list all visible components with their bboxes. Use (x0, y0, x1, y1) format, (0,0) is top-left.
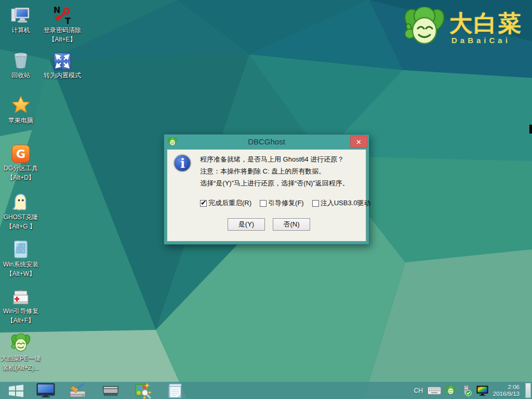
dialog-titlebar[interactable]: DBCGhost ✕ (164, 135, 369, 149)
capture-tool-icon (134, 382, 152, 399)
dialog-message: 程序准备就绪，是否马上用 Ghost64 进行还原？ (200, 155, 344, 164)
svg-text:i: i (180, 156, 185, 171)
checkbox-boot-repair[interactable]: 引导修复(F) (260, 198, 304, 208)
dabaicai-mascot-icon (11, 331, 31, 353)
desktop-icon-label: 【Alt+E】 (48, 35, 76, 44)
desktop-icon-dg-partition-tool[interactable]: G DG分区工具 【Alt+D】 (0, 141, 43, 182)
dabaicai-mascot-icon (404, 6, 445, 49)
clock-time: 2:06 (493, 384, 520, 391)
desktop-icon-label: 【Alt+D】 (7, 174, 35, 182)
desktop-icon-label: 苹果电脑 (8, 116, 33, 125)
ghost-icon (11, 190, 31, 212)
checkbox-box[interactable] (312, 200, 319, 207)
taskbar-item-memory[interactable] (100, 382, 121, 398)
dialog-title: DBCGhost (164, 137, 369, 146)
checkbox-label: 完成后重启(R) (208, 198, 251, 208)
keyboard-icon[interactable] (428, 387, 441, 395)
taskbar-item-desktop[interactable] (35, 382, 56, 398)
tray-clock[interactable]: 2:06 2016/9/13 (493, 384, 520, 397)
desktop-icon-label: Win系统安装 (3, 260, 39, 269)
taskbar-item-disk-cleanup[interactable] (68, 382, 88, 398)
checkbox-box[interactable]: ✔ (200, 200, 207, 207)
desktop-icon-win-boot-repair[interactable]: Win引导修复 【Alt+F】 (0, 284, 43, 325)
dialog-checkbox-row: ✔ 完成后重启(R) 引导修复(F) 注入USB3.0驱动 (200, 198, 370, 208)
display-settings-icon[interactable] (476, 385, 488, 396)
logo-subtitle: DaBaiCai (449, 36, 523, 45)
dabaicai-logo: 大白菜 DaBaiCai (404, 6, 523, 49)
svg-text:G: G (16, 148, 25, 161)
desktop-icon-nt-password-clear[interactable]: N T 登录密码清除 【Alt+E】 (35, 3, 89, 44)
language-indicator[interactable]: CH (414, 387, 422, 394)
desktop-icon-ghost-clone[interactable]: GHOST克隆 【Alt+G 】 (0, 190, 43, 231)
taskbar: CH (0, 382, 532, 399)
start-button[interactable] (0, 382, 32, 399)
dabaicai-tray-icon[interactable] (446, 385, 456, 395)
desktop-icon-label: 计算机 (11, 26, 30, 34)
svg-text:T: T (65, 16, 71, 25)
checkbox-reboot-after-finish[interactable]: ✔ 完成后重启(R) (200, 198, 251, 208)
yes-button[interactable]: 是(Y) (228, 218, 265, 231)
screen-edge-artifact (529, 125, 532, 134)
dialog-message: 选择“是(Y)”马上进行还原，选择“否(N)”返回程序。 (200, 179, 349, 188)
desktop-icon-label: 大白菜PE一键 (1, 354, 41, 363)
internal-mode-icon (54, 48, 71, 70)
svg-text:N: N (54, 5, 60, 15)
disk-cleanup-icon (69, 383, 87, 398)
logo-title: 大白菜 (449, 11, 523, 36)
desktop-icon-label: 回收站 (11, 71, 30, 79)
clock-date: 2016/9/13 (493, 391, 520, 397)
memory-chip-icon (101, 384, 120, 397)
first-aid-kit-icon (11, 284, 31, 306)
desktop-icon-label: 登录密码清除 (44, 26, 81, 34)
recycle-bin-icon (11, 48, 31, 70)
notepad-icon (167, 382, 183, 398)
system-tray: CH (414, 382, 532, 399)
desktop-icon-label: GHOST克隆 (4, 213, 38, 221)
desktop-icon-internal-mode[interactable]: 转为内置模式 (35, 48, 89, 79)
desktop-icon-apple-computer[interactable]: 苹果电脑 (0, 94, 43, 125)
dialog-message: 注意：本操作将删除 C: 盘上的所有数据。 (200, 167, 325, 176)
computer-icon (11, 3, 31, 25)
desktop-icon-dabaicai-pe-installer[interactable]: 大白菜PE一键 装机(Alt+Z)... (0, 331, 43, 372)
star-icon (10, 94, 31, 115)
desktop-icon-win-system-install[interactable]: Win系统安装 【Alt+W】 (0, 237, 43, 278)
desktop-icon-label: 【Alt+G 】 (6, 222, 36, 231)
checkbox-box[interactable] (260, 200, 267, 207)
checkbox-label: 注入USB3.0驱动 (321, 198, 371, 208)
usb-eject-icon[interactable] (460, 385, 472, 396)
win-install-icon (12, 237, 30, 259)
desktop-preview-icon (36, 383, 55, 398)
checkbox-inject-usb3-driver[interactable]: 注入USB3.0驱动 (312, 198, 371, 208)
desktop-icon-label: 装机(Alt+Z)... (3, 364, 39, 372)
diskgenius-icon: G (11, 141, 30, 163)
dialog-content: i 程序准备就绪，是否马上用 Ghost64 进行还原？ 注意：本操作将删除 C… (167, 149, 366, 242)
show-desktop-button[interactable] (525, 383, 531, 398)
desktop-icon-label: DG分区工具 (4, 164, 38, 172)
taskbar-item-capture-tool[interactable] (132, 382, 153, 398)
close-button[interactable]: ✕ (350, 136, 367, 148)
desktop-icon-label: 转为内置模式 (44, 71, 81, 79)
taskbar-item-notepad[interactable] (165, 382, 185, 398)
desktop-screen: 大白菜 DaBaiCai 计算机 N T (0, 0, 532, 399)
desktop-icon-label: 【Alt+F】 (7, 316, 34, 325)
desktop-icon-label: 【Alt+W】 (6, 270, 35, 278)
checkbox-label: 引导修复(F) (268, 198, 304, 208)
info-icon: i (172, 153, 192, 173)
desktop-icon-label: Win引导修复 (3, 307, 39, 315)
windows-logo-icon (8, 383, 24, 398)
no-button[interactable]: 否(N) (273, 218, 310, 231)
dbcghost-dialog: DBCGhost ✕ i 程序准备就绪，是否马上用 Ghost64 进行还原？ … (164, 134, 369, 245)
check-mark-icon: ✔ (201, 198, 207, 207)
nt-key-icon: N T (52, 3, 72, 25)
